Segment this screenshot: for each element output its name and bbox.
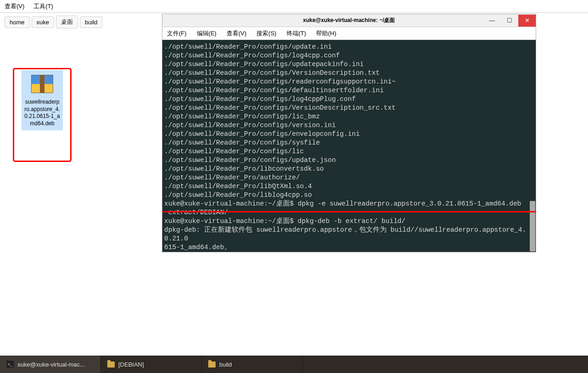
terminal-menu: 文件(F) 编辑(E) 查看(V) 搜索(S) 终端(T) 帮助(H) — [162, 27, 536, 40]
file-label: suwellreaderpro.appstore_4.0.21.0615-1_a… — [23, 98, 61, 128]
term-menu-help[interactable]: 帮助(H) — [316, 29, 336, 38]
term-menu-search[interactable]: 搜索(S) — [256, 29, 276, 38]
term-menu-edit[interactable]: 编辑(E) — [197, 29, 216, 38]
close-button[interactable]: ✕ — [518, 15, 536, 27]
terminal-output[interactable]: ./opt/suwell/Reader_Pro/configs/update.i… — [162, 40, 536, 252]
deb-file-item[interactable]: suwellreaderpro.appstore_4.0.21.0615-1_a… — [22, 70, 63, 130]
taskbar-label: build — [219, 361, 232, 368]
terminal-scrollbar[interactable] — [529, 40, 536, 252]
taskbar-item-terminal[interactable]: >_ xuke@xuke-virtual-mac... — [0, 356, 101, 373]
taskbar: >_ xuke@xuke-virtual-mac... [DEBIAN] bui… — [0, 356, 588, 373]
folder-icon — [107, 362, 115, 367]
taskbar-item-debian[interactable]: [DEBIAN] — [101, 356, 202, 373]
breadcrumb-desktop[interactable]: 桌面 — [56, 16, 78, 28]
file-manager-menu: 查看(V) 工具(T) — [0, 0, 588, 13]
scrollbar-thumb[interactable] — [530, 201, 535, 251]
term-menu-view[interactable]: 查看(V) — [227, 29, 246, 38]
taskbar-label: xuke@xuke-virtual-mac... — [17, 361, 85, 368]
window-controls: — ☐ ✕ — [483, 15, 536, 27]
breadcrumb-build[interactable]: build — [80, 17, 102, 28]
terminal-window: xuke@xuke-virtual-machine: ~/桌面 — ☐ ✕ 文件… — [162, 14, 536, 252]
terminal-text: ./opt/suwell/Reader_Pro/configs/update.i… — [164, 43, 534, 252]
package-icon — [31, 75, 53, 93]
taskbar-label: [DEBIAN] — [118, 361, 144, 368]
term-menu-terminal[interactable]: 终端(T) — [287, 29, 306, 38]
maximize-button[interactable]: ☐ — [501, 15, 518, 27]
terminal-titlebar[interactable]: xuke@xuke-virtual-machine: ~/桌面 — ☐ ✕ — [162, 14, 536, 27]
menu-tools[interactable]: 工具(T) — [33, 2, 53, 11]
breadcrumb-home[interactable]: home — [5, 17, 30, 28]
term-menu-file[interactable]: 文件(F) — [167, 29, 187, 38]
terminal-title: xuke@xuke-virtual-machine: ~/桌面 — [215, 17, 483, 24]
taskbar-item-build[interactable]: build — [202, 356, 303, 373]
minimize-button[interactable]: — — [483, 15, 501, 27]
folder-icon — [208, 362, 216, 367]
terminal-icon: >_ — [6, 361, 14, 368]
menu-view[interactable]: 查看(V) — [5, 2, 24, 11]
highlight-annotation-file: suwellreaderpro.appstore_4.0.21.0615-1_a… — [13, 68, 72, 162]
breadcrumb-user[interactable]: xuke — [32, 17, 54, 28]
